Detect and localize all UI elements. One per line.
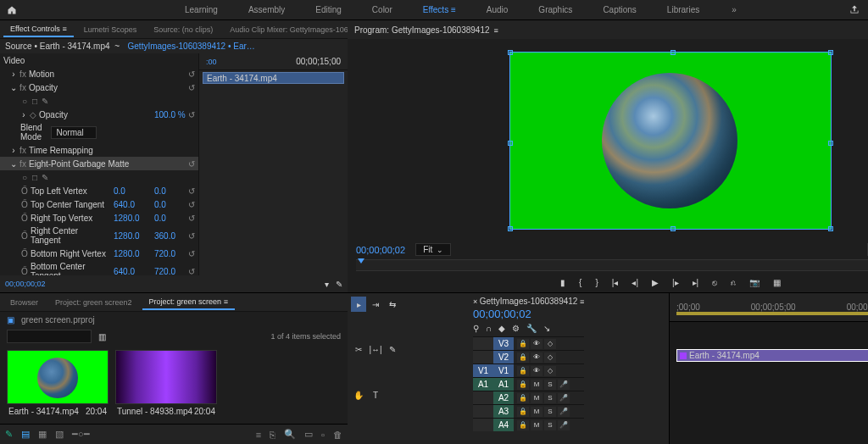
- track-header-a1[interactable]: A1A1🔒MS🎤: [473, 377, 584, 391]
- program-time-left[interactable]: 00;00;00;02: [356, 245, 405, 255]
- reset-icon[interactable]: ↺: [188, 69, 195, 79]
- vertex-row[interactable]: ŐTop Center Tangent640.00.0↺: [0, 197, 198, 211]
- project-tab[interactable]: Project: green screen2: [48, 296, 139, 309]
- opacity-value-row[interactable]: ›◇Opacity100.0 %↺: [0, 108, 198, 121]
- matte-handle[interactable]: [508, 141, 513, 146]
- mark-out-icon[interactable]: }: [595, 278, 598, 287]
- freeform-view-icon[interactable]: ▧: [55, 429, 64, 440]
- matte-handle[interactable]: [670, 226, 676, 231]
- step-forward-icon[interactable]: |▸: [672, 278, 679, 287]
- step-back-icon[interactable]: ◂|: [632, 278, 638, 287]
- play-icon[interactable]: ▶: [652, 278, 659, 287]
- program-time-ruler[interactable]: [356, 259, 868, 271]
- fx-opacity[interactable]: ⌄fxOpacity↺: [0, 80, 198, 94]
- new-item-icon[interactable]: ▫: [321, 430, 325, 440]
- slip-tool[interactable]: |↔|: [368, 342, 383, 358]
- workspace-tab-learning[interactable]: Learning: [170, 2, 233, 18]
- matte-handle[interactable]: [670, 50, 676, 55]
- workspace-tab-assembly[interactable]: Assembly: [233, 2, 300, 18]
- project-item[interactable]: Tunnel - 84938.mp420:04: [115, 350, 217, 419]
- vertex-row[interactable]: ŐRight Top Vertex1280.00.0↺: [0, 211, 198, 225]
- vertex-row[interactable]: ŐRight Center Tangent1280.0360.0↺: [0, 225, 198, 247]
- sort-icon[interactable]: ≡: [256, 430, 261, 440]
- icon-view-icon[interactable]: ▦: [38, 429, 47, 440]
- mask-tools[interactable]: ○□✎: [0, 170, 198, 184]
- go-to-out-icon[interactable]: ▸|: [693, 278, 699, 287]
- fit-dropdown[interactable]: Fit ⌄: [415, 243, 451, 256]
- lift-icon[interactable]: ⎋: [712, 278, 717, 287]
- home-icon[interactable]: [7, 5, 17, 15]
- workspace-tab-effects[interactable]: Effects: [408, 2, 471, 18]
- matte-handle[interactable]: [828, 50, 833, 55]
- work-area-bar[interactable]: [676, 312, 868, 315]
- matte-handle[interactable]: [508, 226, 513, 231]
- type-tool[interactable]: T: [368, 387, 383, 402]
- comparison-icon[interactable]: ▦: [773, 278, 781, 287]
- share-icon[interactable]: [849, 4, 860, 14]
- project-item[interactable]: Earth - 34174.mp420:04: [7, 350, 108, 419]
- fx-eight-point-matte[interactable]: ⌄fxEight-Point Garbage Matte↺: [0, 157, 198, 170]
- snap-icon[interactable]: ⚲: [473, 324, 479, 333]
- track-select-tool[interactable]: ⇥: [368, 297, 383, 312]
- track-header-v2[interactable]: V2🔒👁◇: [473, 350, 584, 364]
- new-item-icon[interactable]: ✎: [5, 429, 13, 440]
- panel-tab[interactable]: Effect Controls: [3, 22, 74, 37]
- reset-icon[interactable]: ↺: [188, 159, 195, 169]
- list-view-icon[interactable]: ▤: [21, 429, 30, 440]
- new-bin-icon[interactable]: ▭: [304, 429, 313, 440]
- panel-tab[interactable]: Source: (no clips): [147, 23, 220, 36]
- track-header-v3[interactable]: V3🔒👁◇: [473, 336, 584, 350]
- workspace-tab-audio[interactable]: Audio: [471, 2, 524, 18]
- pen-tool[interactable]: ✎: [385, 342, 400, 358]
- settings-icon[interactable]: ⚙: [512, 324, 520, 333]
- playhead-icon[interactable]: [358, 258, 364, 264]
- project-tab[interactable]: Browser: [3, 296, 45, 309]
- panel-tab[interactable]: Lumetri Scopes: [77, 23, 144, 36]
- workspace-tab-editing[interactable]: Editing: [300, 2, 357, 18]
- workspace-overflow[interactable]: »: [732, 5, 737, 14]
- project-search-input[interactable]: [7, 330, 92, 343]
- matte-handle[interactable]: [828, 226, 833, 231]
- selection-tool[interactable]: ▸: [351, 297, 366, 312]
- video-clip[interactable]: Earth - 34174.mp4: [676, 349, 868, 362]
- vertex-row[interactable]: ŐBottom Right Vertex1280.0720.0↺: [0, 247, 198, 260]
- insert-icon[interactable]: ↘: [543, 324, 550, 333]
- timeline-sequence-tab[interactable]: × GettyImages-1060389412 ≡: [473, 297, 584, 306]
- ripple-tool[interactable]: ⇆: [385, 297, 400, 312]
- fx-motion[interactable]: ›fxMotion↺: [0, 67, 198, 80]
- razor-tool[interactable]: ✂: [351, 342, 366, 358]
- project-tab[interactable]: Project: green screen: [142, 295, 235, 310]
- automate-icon[interactable]: ⎘: [270, 430, 275, 440]
- bin-folder-icon[interactable]: ▥: [98, 332, 106, 341]
- workspace-tab-captions[interactable]: Captions: [587, 2, 651, 18]
- find-icon[interactable]: 🔍: [284, 429, 296, 440]
- vertex-row[interactable]: ŐTop Left Vertex0.00.0↺: [0, 184, 198, 197]
- track-header-v1[interactable]: V1V1🔒👁◇: [473, 364, 584, 377]
- workspace-tab-graphics[interactable]: Graphics: [523, 2, 587, 18]
- timeline-ruler[interactable]: ;00;0000;00;05;0000;00;10;0000;00;15;00: [670, 293, 868, 322]
- timeline-playhead-time[interactable]: 00;00;00;02: [473, 308, 584, 320]
- workspace-tab-color[interactable]: Color: [357, 2, 408, 18]
- linked-selection-icon[interactable]: ∩: [486, 324, 492, 333]
- matte-handle[interactable]: [508, 50, 513, 55]
- marker-icon[interactable]: ◆: [498, 324, 505, 333]
- mark-in-icon[interactable]: {: [579, 278, 581, 287]
- ec-clip-bar[interactable]: Earth - 34174.mp4: [203, 72, 344, 84]
- vertex-row[interactable]: ŐBottom Center Tangent640.0720.0↺: [0, 260, 198, 275]
- add-marker-icon[interactable]: ▮: [560, 278, 565, 287]
- blend-mode-row[interactable]: Blend ModeNormal: [0, 121, 198, 143]
- reset-icon[interactable]: ↺: [188, 83, 195, 92]
- go-to-in-icon[interactable]: |◂: [612, 278, 619, 287]
- program-tab[interactable]: Program: GettyImages-1060389412 ≡: [354, 25, 498, 35]
- track-header-a2[interactable]: A2🔒MS🎤: [473, 391, 584, 404]
- timeline-clip-area[interactable]: Earth - 34174.mp4: [670, 322, 868, 444]
- trash-icon[interactable]: 🗑: [333, 430, 342, 440]
- ec-wrench-icon[interactable]: ✎: [336, 280, 342, 289]
- workspace-tab-libraries[interactable]: Libraries: [652, 2, 715, 18]
- ec-playhead-time[interactable]: 00;00;00;02: [5, 280, 46, 288]
- track-header-a4[interactable]: A4🔒MS🎤: [473, 418, 584, 431]
- program-monitor-canvas[interactable]: [509, 52, 832, 230]
- extract-icon[interactable]: ⎌: [731, 278, 736, 287]
- mask-tools[interactable]: ○□✎: [0, 94, 198, 108]
- wrench-icon[interactable]: 🔧: [526, 324, 537, 333]
